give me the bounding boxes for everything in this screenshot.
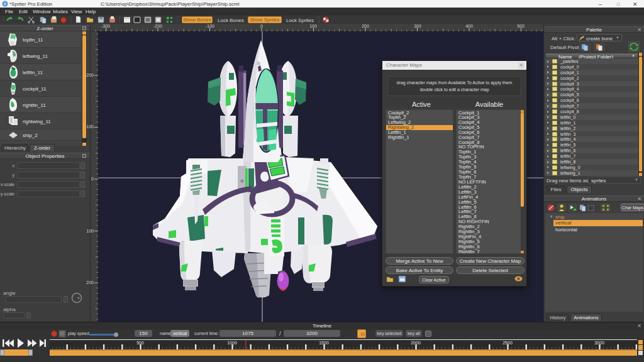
svg-text:400: 400 [465, 24, 473, 28]
svg-text:0: 0 [260, 24, 263, 28]
svg-text:1500: 1500 [319, 341, 329, 345]
svg-text:2000: 2000 [411, 341, 421, 345]
svg-text:200: 200 [86, 280, 94, 285]
svg-text:-300: -300 [101, 24, 110, 28]
svg-text:-100: -100 [85, 124, 94, 129]
svg-text:-100: -100 [206, 24, 214, 28]
svg-text:0: 0 [91, 177, 94, 181]
svg-text:300: 300 [414, 24, 421, 28]
svg-text:100: 100 [86, 229, 94, 233]
svg-text:500: 500 [517, 24, 525, 28]
svg-text:1000: 1000 [227, 341, 237, 345]
svg-text:-200: -200 [85, 73, 94, 77]
svg-text:200: 200 [362, 24, 369, 28]
svg-text:100: 100 [309, 24, 317, 28]
svg-text:2500: 2500 [502, 341, 513, 345]
svg-text:500: 500 [136, 341, 144, 345]
svg-text:3000: 3000 [594, 341, 604, 345]
svg-text:-200: -200 [153, 24, 162, 28]
